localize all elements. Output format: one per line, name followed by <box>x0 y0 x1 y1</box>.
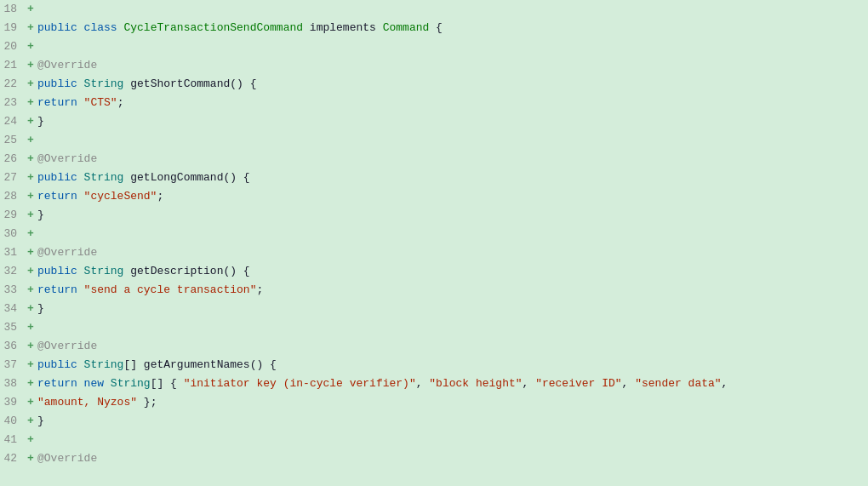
line-number: 35 <box>0 318 24 337</box>
diff-marker: + <box>24 412 37 431</box>
diff-marker: + <box>24 187 37 206</box>
line-content: @Override <box>37 150 861 169</box>
code-line: 28+ return "cycleSend"; <box>0 187 868 206</box>
code-line: 42+ @Override <box>0 449 868 468</box>
diff-marker: + <box>24 131 37 150</box>
diff-marker: + <box>24 37 37 56</box>
code-line: 19+public class CycleTransactionSendComm… <box>0 19 868 37</box>
line-content: @Override <box>37 337 861 356</box>
code-line: 39+ "amount, Nyzos" }; <box>0 393 868 412</box>
code-line: 36+ @Override <box>0 337 868 356</box>
diff-marker: + <box>24 169 37 187</box>
code-line: 33+ return "send a cycle transaction"; <box>0 281 868 300</box>
line-number: 25 <box>0 131 24 150</box>
line-number: 26 <box>0 150 24 169</box>
line-content: @Override <box>37 56 861 75</box>
line-number: 36 <box>0 337 24 356</box>
diff-marker: + <box>24 449 37 468</box>
diff-marker: + <box>24 112 37 131</box>
code-line: 18+ <box>0 0 868 19</box>
diff-marker: + <box>24 356 37 375</box>
line-number: 20 <box>0 37 24 56</box>
line-number: 38 <box>0 375 24 393</box>
line-number: 28 <box>0 187 24 206</box>
diff-marker: + <box>24 56 37 75</box>
code-line: 22+ public String getShortCommand() { <box>0 75 868 94</box>
line-number: 24 <box>0 112 24 131</box>
line-number: 23 <box>0 94 24 112</box>
code-diff-view: 18+ 19+public class CycleTransactionSend… <box>0 0 868 486</box>
line-number: 31 <box>0 243 24 262</box>
diff-marker: + <box>24 337 37 356</box>
diff-marker: + <box>24 0 37 19</box>
line-content: } <box>37 112 861 131</box>
code-line: 31+ @Override <box>0 243 868 262</box>
code-line: 23+ return "CTS"; <box>0 94 868 112</box>
code-line: 25+ <box>0 131 868 150</box>
diff-marker: + <box>24 75 37 94</box>
line-content: public String getDescription() { <box>37 262 861 281</box>
line-number: 22 <box>0 75 24 94</box>
code-line: 38+ return new String[] { "initiator key… <box>0 375 868 393</box>
code-line: 35+ <box>0 318 868 337</box>
line-number: 37 <box>0 356 24 375</box>
line-number: 34 <box>0 300 24 318</box>
line-content: return "send a cycle transaction"; <box>37 281 861 300</box>
code-line: 24+ } <box>0 112 868 131</box>
line-content: public String getLongCommand() { <box>37 169 861 187</box>
line-content: @Override <box>37 449 861 468</box>
code-line: 30+ <box>0 225 868 243</box>
code-line: 29+ } <box>0 206 868 225</box>
code-line: 26+ @Override <box>0 150 868 169</box>
line-number: 42 <box>0 449 24 468</box>
code-line: 21+ @Override <box>0 56 868 75</box>
line-number: 32 <box>0 262 24 281</box>
line-number: 27 <box>0 169 24 187</box>
code-line: 37+ public String[] getArgumentNames() { <box>0 356 868 375</box>
line-number: 30 <box>0 225 24 243</box>
code-line: 27+ public String getLongCommand() { <box>0 169 868 187</box>
diff-marker: + <box>24 225 37 243</box>
code-line: 32+ public String getDescription() { <box>0 262 868 281</box>
diff-marker: + <box>24 431 37 449</box>
diff-marker: + <box>24 150 37 169</box>
code-line: 34+ } <box>0 300 868 318</box>
line-content: "amount, Nyzos" }; <box>37 393 861 412</box>
diff-marker: + <box>24 206 37 225</box>
diff-marker: + <box>24 19 37 37</box>
diff-marker: + <box>24 281 37 300</box>
code-line: 20+ <box>0 37 868 56</box>
code-line: 40+ } <box>0 412 868 431</box>
code-line: 41+ <box>0 431 868 449</box>
line-number: 19 <box>0 19 24 37</box>
line-number: 39 <box>0 393 24 412</box>
line-content: return "cycleSend"; <box>37 187 861 206</box>
line-content: } <box>37 206 861 225</box>
diff-marker: + <box>24 393 37 412</box>
line-number: 40 <box>0 412 24 431</box>
diff-marker: + <box>24 375 37 393</box>
diff-marker: + <box>24 94 37 112</box>
line-content: public String[] getArgumentNames() { <box>37 356 861 375</box>
diff-marker: + <box>24 243 37 262</box>
line-content: @Override <box>37 243 861 262</box>
diff-marker: + <box>24 300 37 318</box>
line-number: 21 <box>0 56 24 75</box>
line-number: 18 <box>0 0 24 19</box>
line-content: return new String[] { "initiator key (in… <box>37 375 861 393</box>
diff-marker: + <box>24 318 37 337</box>
diff-marker: + <box>24 262 37 281</box>
line-number: 41 <box>0 431 24 449</box>
line-content: public String getShortCommand() { <box>37 75 861 94</box>
line-content: return "CTS"; <box>37 94 861 112</box>
line-content: } <box>37 300 861 318</box>
line-number: 29 <box>0 206 24 225</box>
line-content: public class CycleTransactionSendCommand… <box>37 19 861 37</box>
line-number: 33 <box>0 281 24 300</box>
line-content: } <box>37 412 861 431</box>
